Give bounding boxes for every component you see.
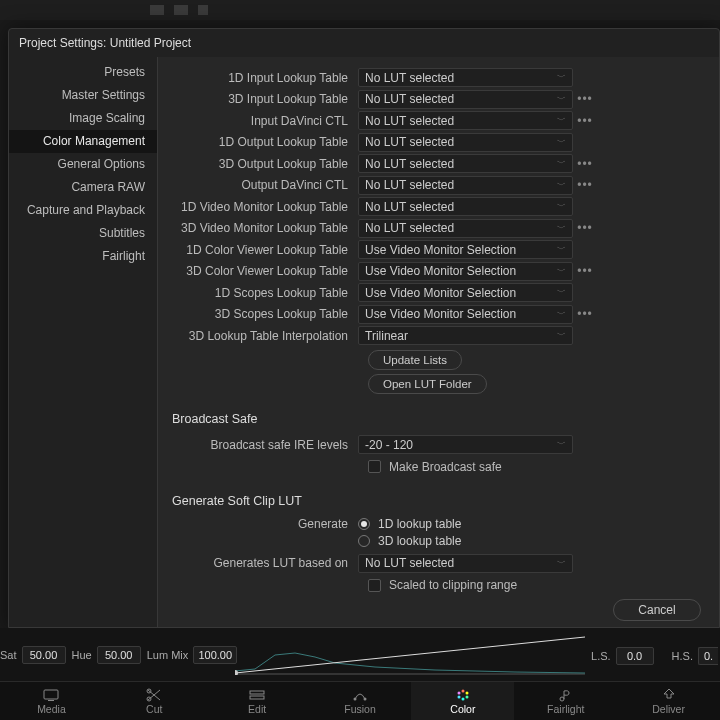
ire-levels-dropdown[interactable]: -20 - 120﹀: [358, 435, 573, 454]
chevron-down-icon: ﹀: [557, 557, 566, 570]
hue-value[interactable]: 50.00: [97, 646, 141, 664]
make-broadcast-safe-label: Make Broadcast safe: [389, 460, 502, 474]
soft-clip-title: Generate Soft Clip LUT: [168, 478, 719, 516]
lut-dropdown[interactable]: No LUT selected﹀: [358, 176, 573, 195]
page-tab-cut[interactable]: Cut: [103, 682, 206, 720]
modal-title: Project Settings: Untitled Project: [9, 29, 719, 57]
lut-row-label: 1D Scopes Lookup Table: [168, 286, 358, 300]
media-icon: [43, 688, 59, 702]
lummix-value[interactable]: 100.00: [193, 646, 237, 664]
sidebar-item-camera-raw[interactable]: Camera RAW: [9, 176, 157, 199]
svg-point-15: [457, 691, 460, 694]
sat-value[interactable]: 50.00: [22, 646, 66, 664]
sidebar-item-master-settings[interactable]: Master Settings: [9, 84, 157, 107]
svg-point-12: [465, 695, 468, 698]
lut-dropdown[interactable]: No LUT selected﹀: [358, 90, 573, 109]
radio-1d[interactable]: [358, 518, 370, 530]
make-broadcast-safe-checkbox[interactable]: [368, 460, 381, 473]
svg-rect-6: [250, 691, 264, 694]
chevron-down-icon: ﹀: [557, 71, 566, 84]
sidebar-item-capture-and-playback[interactable]: Capture and Playback: [9, 199, 157, 222]
lut-row-label: 1D Video Monitor Lookup Table: [168, 200, 358, 214]
more-options-icon[interactable]: •••: [573, 307, 597, 321]
lut-dropdown[interactable]: No LUT selected﹀: [358, 111, 573, 130]
lut-row-label: 3D Video Monitor Lookup Table: [168, 221, 358, 235]
sidebar-item-general-options[interactable]: General Options: [9, 153, 157, 176]
toolbar-icon[interactable]: [150, 5, 164, 15]
lut-row-label: 3D Input Lookup Table: [168, 92, 358, 106]
lut-row-label: 1D Input Lookup Table: [168, 71, 358, 85]
lut-dropdown[interactable]: Use Video Monitor Selection﹀: [358, 262, 573, 281]
more-options-icon[interactable]: •••: [573, 92, 597, 106]
page-tab-fairlight[interactable]: Fairlight: [514, 682, 617, 720]
lut-dropdown[interactable]: No LUT selected﹀: [358, 154, 573, 173]
page-tab-fusion[interactable]: Fusion: [309, 682, 412, 720]
update-lists-button[interactable]: Update Lists: [368, 350, 462, 370]
toolbar-icon[interactable]: [174, 5, 188, 15]
hs-value[interactable]: 0.: [698, 647, 718, 665]
toolbar-icon[interactable]: [198, 5, 208, 15]
svg-rect-3: [48, 700, 54, 701]
hs-label: H.S.: [672, 650, 693, 662]
open-lut-folder-button[interactable]: Open LUT Folder: [368, 374, 487, 394]
settings-content: 1D Input Lookup TableNo LUT selected﹀3D …: [157, 57, 719, 627]
generate-label: Generate: [168, 516, 358, 531]
chevron-down-icon: ﹀: [557, 114, 566, 127]
more-options-icon[interactable]: •••: [573, 264, 597, 278]
lut-row-label: Input DaVinci CTL: [168, 114, 358, 128]
ls-value[interactable]: 0.0: [616, 647, 654, 665]
lut-dropdown[interactable]: Use Video Monitor Selection﹀: [358, 305, 573, 324]
based-on-dropdown[interactable]: No LUT selected﹀: [358, 554, 573, 573]
more-options-icon[interactable]: •••: [573, 157, 597, 171]
chevron-down-icon: ﹀: [557, 136, 566, 149]
lut-dropdown[interactable]: Trilinear﹀: [358, 326, 573, 345]
curves-graph[interactable]: [235, 635, 585, 675]
fusion-icon: [352, 688, 368, 702]
svg-point-10: [461, 689, 464, 692]
chevron-down-icon: ﹀: [557, 93, 566, 106]
lut-row-label: 3D Output Lookup Table: [168, 157, 358, 171]
sidebar-item-image-scaling[interactable]: Image Scaling: [9, 107, 157, 130]
lut-row-label: 1D Color Viewer Lookup Table: [168, 243, 358, 257]
ls-label: L.S.: [591, 650, 611, 662]
page-tab-deliver[interactable]: Deliver: [617, 682, 720, 720]
chevron-down-icon: ﹀: [557, 286, 566, 299]
lut-dropdown[interactable]: Use Video Monitor Selection﹀: [358, 240, 573, 259]
page-tab-media[interactable]: Media: [0, 682, 103, 720]
more-options-icon[interactable]: •••: [573, 178, 597, 192]
sidebar-item-fairlight[interactable]: Fairlight: [9, 245, 157, 268]
chevron-down-icon: ﹀: [557, 329, 566, 342]
chevron-down-icon: ﹀: [557, 265, 566, 278]
broadcast-safe-title: Broadcast Safe: [168, 396, 719, 434]
sidebar-item-presets[interactable]: Presets: [9, 61, 157, 84]
more-options-icon[interactable]: •••: [573, 114, 597, 128]
svg-rect-7: [250, 696, 264, 699]
lut-dropdown[interactable]: No LUT selected﹀: [358, 133, 573, 152]
lut-row-label: Output DaVinci CTL: [168, 178, 358, 192]
lut-row-label: 3D Color Viewer Lookup Table: [168, 264, 358, 278]
svg-point-16: [560, 697, 564, 701]
svg-point-8: [354, 697, 357, 700]
lut-row-label: 3D Lookup Table Interpolation: [168, 329, 358, 343]
page-tab-color[interactable]: Color: [411, 682, 514, 720]
lut-dropdown[interactable]: No LUT selected﹀: [358, 197, 573, 216]
radio-3d[interactable]: [358, 535, 370, 547]
lut-dropdown[interactable]: No LUT selected﹀: [358, 219, 573, 238]
scaled-clipping-checkbox[interactable]: [368, 579, 381, 592]
sidebar-item-color-management[interactable]: Color Management: [9, 130, 157, 153]
page-nav: MediaCutEditFusionColorFairlightDeliver: [0, 681, 720, 720]
chevron-down-icon: ﹀: [557, 157, 566, 170]
based-on-label: Generates LUT based on: [168, 556, 358, 570]
sidebar-item-subtitles[interactable]: Subtitles: [9, 222, 157, 245]
lut-dropdown[interactable]: No LUT selected﹀: [358, 68, 573, 87]
more-options-icon[interactable]: •••: [573, 221, 597, 235]
hue-label: Hue: [72, 649, 92, 661]
svg-rect-2: [44, 690, 58, 699]
chevron-down-icon: ﹀: [557, 243, 566, 256]
lut-dropdown[interactable]: Use Video Monitor Selection﹀: [358, 283, 573, 302]
chevron-down-icon: ﹀: [557, 179, 566, 192]
cancel-button[interactable]: Cancel: [613, 599, 701, 621]
svg-point-9: [364, 697, 367, 700]
project-settings-modal: Project Settings: Untitled Project Prese…: [8, 28, 720, 628]
page-tab-edit[interactable]: Edit: [206, 682, 309, 720]
